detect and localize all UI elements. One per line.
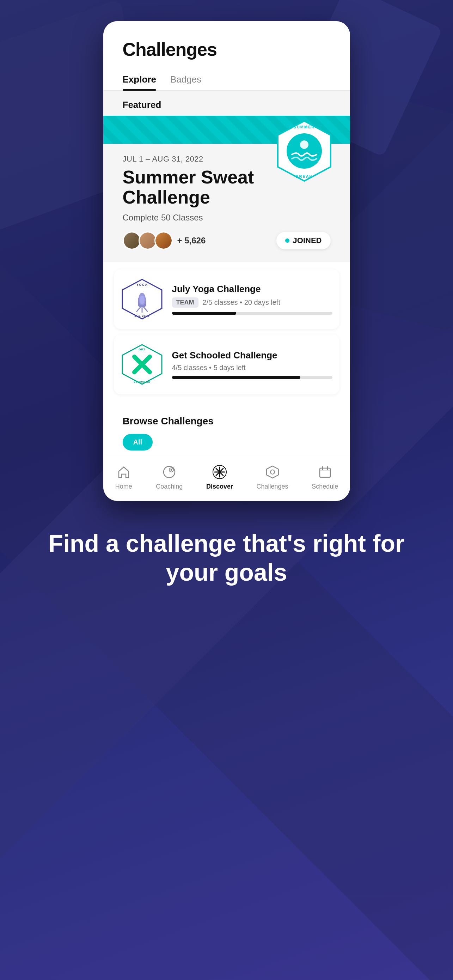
challenge-footer: + 5,626 JOINED [123, 231, 331, 250]
schooled-challenge-title: Get Schooled Challenge [172, 350, 333, 361]
discover-nav-label: Discover [206, 483, 233, 490]
svg-point-18 [163, 466, 175, 478]
svg-text:YOGA: YOGA [136, 283, 148, 286]
svg-point-2 [300, 140, 309, 149]
schooled-progress-bar [172, 376, 333, 379]
bottom-text-section: Find a challenge that's right for your g… [0, 501, 453, 615]
schooled-badge: GET SCHOOLED [121, 343, 163, 386]
schedule-icon [316, 463, 334, 481]
featured-section: Featured [103, 91, 350, 116]
challenges-nav-label: Challenges [257, 483, 288, 490]
participant-count: + 5,626 [177, 235, 206, 245]
discover-icon [211, 463, 228, 481]
list-item[interactable]: GET SCHOOLED Get Schooled Challenge 4/5 … [114, 334, 339, 395]
svg-text:BREAK: BREAK [295, 174, 313, 178]
joined-badge: JOINED [276, 232, 331, 250]
nav-item-schedule[interactable]: Schedule [312, 463, 338, 490]
team-tag: TEAM [172, 298, 198, 308]
yoga-challenge-content: July Yoga Challenge TEAM 2/5 classes • 2… [172, 284, 333, 315]
svg-text:JUL 2022: JUL 2022 [134, 314, 149, 318]
nav-item-home[interactable]: Home [115, 463, 133, 490]
tab-badges[interactable]: Badges [170, 74, 201, 90]
app-header: Challenges [103, 21, 350, 67]
browse-tab-active[interactable]: All [123, 434, 153, 450]
yoga-challenge-meta: TEAM 2/5 classes • 20 days left [172, 298, 333, 308]
svg-point-27 [270, 470, 275, 474]
nav-item-coaching[interactable]: Coaching [156, 463, 183, 490]
coaching-icon [160, 463, 178, 481]
joined-dot [285, 239, 290, 243]
nav-item-discover[interactable]: Discover [206, 463, 233, 490]
home-icon [115, 463, 133, 481]
phone-card: Challenges Explore Badges Featured [103, 21, 350, 501]
challenge-list: YOGA JUL 2022 July Yoga Challenge TEAM 2… [103, 262, 350, 407]
svg-rect-28 [320, 468, 330, 477]
list-item[interactable]: YOGA JUL 2022 July Yoga Challenge TEAM 2… [114, 269, 339, 329]
browse-section: Browse Challenges All [103, 407, 350, 456]
yoga-challenge-title: July Yoga Challenge [172, 284, 333, 294]
svg-point-1 [287, 134, 322, 169]
avatar-3 [154, 231, 173, 250]
bottom-headline: Find a challenge that's right for your g… [35, 529, 418, 587]
avatar-1 [123, 231, 141, 250]
browse-tab-bar: All [123, 434, 331, 450]
coaching-nav-label: Coaching [156, 483, 183, 490]
browse-label: Browse Challenges [123, 415, 331, 427]
hero-challenge-card[interactable]: SUMMER BREAK JUL 1 – AUG 31, 2022 Summer… [103, 116, 350, 262]
bottom-nav: Home Coaching [103, 456, 350, 501]
avatar-2 [139, 231, 157, 250]
schooled-progress-fill [172, 376, 300, 379]
nav-item-challenges[interactable]: Challenges [257, 463, 288, 490]
svg-text:GET: GET [139, 348, 145, 351]
svg-marker-26 [266, 466, 279, 478]
joined-label: JOINED [293, 236, 322, 245]
featured-label: Featured [123, 99, 162, 110]
schooled-challenge-detail: 4/5 classes • 5 days left [172, 364, 246, 372]
tab-explore[interactable]: Explore [123, 74, 156, 90]
schooled-challenge-content: Get Schooled Challenge 4/5 classes • 5 d… [172, 350, 333, 379]
yoga-challenge-detail: 2/5 classes • 20 days left [203, 298, 280, 307]
svg-point-9 [139, 296, 144, 304]
svg-text:SUMMER: SUMMER [293, 125, 315, 129]
svg-text:SCHOOLED: SCHOOLED [134, 381, 150, 383]
svg-point-20 [171, 469, 173, 471]
participant-avatars: + 5,626 [123, 231, 206, 250]
summer-sweat-badge: SUMMER BREAK [276, 119, 333, 183]
yoga-progress-bar [172, 312, 333, 315]
schedule-nav-label: Schedule [312, 483, 338, 490]
challenge-subtitle: Complete 50 Classes [123, 213, 331, 223]
schooled-challenge-meta: 4/5 classes • 5 days left [172, 364, 333, 372]
challenges-icon [264, 463, 281, 481]
tab-bar: Explore Badges [103, 67, 350, 91]
yoga-badge: YOGA JUL 2022 [121, 278, 163, 320]
hero-card-body: SUMMER BREAK JUL 1 – AUG 31, 2022 Summer… [103, 144, 350, 262]
yoga-progress-fill [172, 312, 236, 315]
home-nav-label: Home [115, 483, 132, 490]
page-title: Challenges [123, 39, 331, 60]
